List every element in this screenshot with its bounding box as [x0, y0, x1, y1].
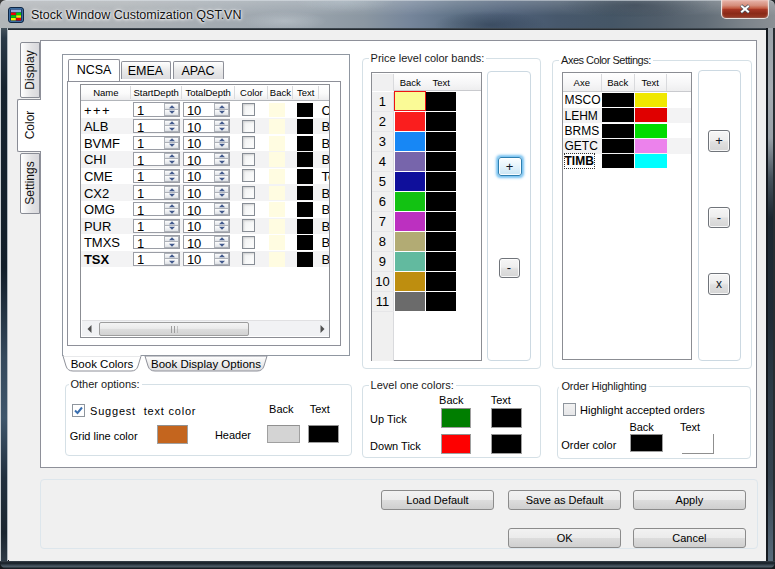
svg-text:Book Colors: Book Colors	[71, 358, 134, 370]
svg-text:Book Display Options: Book Display Options	[151, 358, 261, 370]
